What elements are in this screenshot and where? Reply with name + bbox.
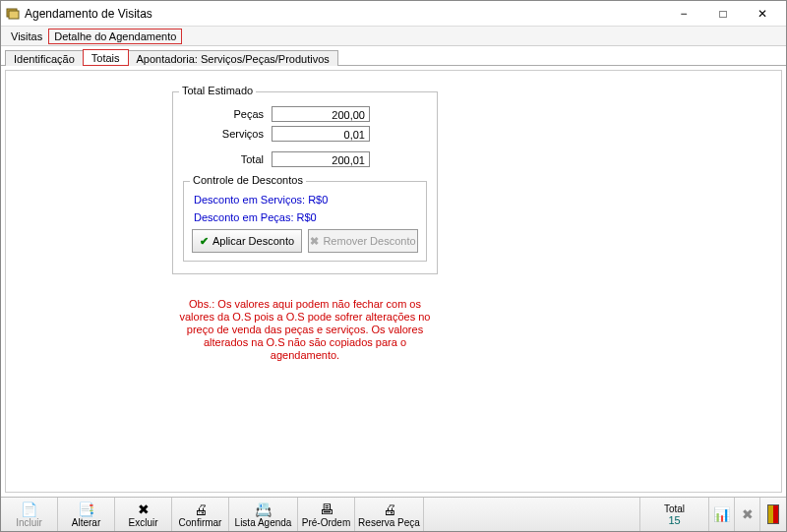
check-icon: ✔ [200, 235, 209, 248]
total-estimado-title: Total Estimado [179, 85, 256, 96]
total-value: 200,01 [272, 151, 370, 167]
exit-button[interactable] [760, 498, 786, 531]
servicos-label: Serviços [183, 128, 272, 140]
menu-bar: Visitas Detalhe do Agendamento [1, 27, 786, 46]
cancel-icon: ✖ [742, 506, 754, 522]
toolbar-total-value: 15 [668, 514, 680, 526]
pre-ordem-label: Pré-Ordem [302, 517, 350, 528]
chart-button[interactable]: 📊 [709, 498, 735, 531]
menu-visitas[interactable]: Visitas [5, 29, 48, 44]
pecas-row: Peças 200,00 [183, 106, 427, 122]
desconto-servicos-text: Desconto em Serviços: R$0 [194, 194, 418, 206]
total-row: Total 200,01 [183, 151, 427, 167]
desconto-buttons-row: ✔ Aplicar Desconto ✖ Remover Desconto [192, 229, 418, 253]
title-bar: Agendamento de Visitas − □ ✕ [1, 1, 786, 27]
x-icon: ✖ [310, 235, 319, 248]
window-title: Agendamento de Visitas [25, 7, 664, 21]
excluir-button[interactable]: ✖ Excluir [115, 498, 172, 531]
alterar-label: Alterar [72, 517, 100, 528]
printer-icon: 🖨 [194, 502, 208, 516]
pecas-label: Peças [183, 108, 272, 120]
window-controls: − □ ✕ [664, 3, 782, 25]
tab-totais[interactable]: Totais [83, 49, 129, 66]
lista-agenda-button[interactable]: 📇 Lista Agenda [229, 498, 298, 531]
lista-agenda-label: Lista Agenda [235, 517, 292, 528]
agenda-icon: 📇 [255, 502, 272, 516]
bottom-toolbar: 📄 Incluir 📑 Alterar ✖ Excluir 🖨 Confirma… [1, 497, 786, 531]
menu-detalhe-agendamento[interactable]: Detalhe do Agendamento [48, 29, 182, 44]
app-icon [5, 6, 21, 22]
confirmar-label: Confirmar [179, 517, 222, 528]
tab-identificacao[interactable]: Identificação [5, 50, 84, 66]
alterar-button[interactable]: 📑 Alterar [58, 498, 115, 531]
exit-icon [767, 504, 779, 524]
aplicar-desconto-button[interactable]: ✔ Aplicar Desconto [192, 229, 302, 253]
total-estimado-group: Total Estimado Peças 200,00 Serviços 0,0… [172, 91, 438, 274]
total-label: Total [183, 153, 272, 165]
confirmar-button[interactable]: 🖨 Confirmar [172, 498, 229, 531]
svg-rect-1 [9, 11, 19, 19]
tab-bar: Identificação Totais Apontadoria: Serviç… [1, 46, 786, 66]
servicos-value: 0,01 [272, 126, 370, 142]
aplicar-desconto-label: Aplicar Desconto [212, 235, 294, 247]
toolbar-total-label: Total [664, 503, 685, 514]
desconto-pecas-text: Desconto em Peças: R$0 [194, 211, 418, 223]
toolbar-spacer [424, 498, 640, 531]
excluir-label: Excluir [128, 517, 157, 528]
maximize-button[interactable]: □ [703, 3, 743, 25]
tab-apontadoria[interactable]: Apontadoria: Serviços/Peças/Produtivos [128, 50, 338, 66]
servicos-row: Serviços 0,01 [183, 126, 427, 142]
controle-descontos-group: Controle de Descontos Desconto em Serviç… [183, 181, 427, 262]
toolbar-total-box: Total 15 [640, 498, 709, 531]
cancel-small-button[interactable]: ✖ [735, 498, 760, 531]
close-button[interactable]: ✕ [743, 3, 782, 25]
printer2-icon: 🖨 [383, 502, 396, 516]
document-new-icon: 📄 [21, 502, 37, 516]
print-icon: 🖶 [320, 502, 333, 516]
document-edit-icon: 📑 [78, 502, 94, 516]
reserva-peca-label: Reserva Peça [358, 517, 420, 528]
content-area: Total Estimado Peças 200,00 Serviços 0,0… [1, 66, 786, 497]
obs-text: Obs.: Os valores aqui podem não fechar c… [172, 298, 438, 362]
pecas-value: 200,00 [272, 106, 370, 122]
chart-icon: 📊 [713, 506, 730, 522]
remover-desconto-button: ✖ Remover Desconto [308, 229, 418, 253]
minimize-button[interactable]: − [664, 3, 703, 25]
incluir-button: 📄 Incluir [1, 498, 58, 531]
reserva-peca-button[interactable]: 🖨 Reserva Peça [355, 498, 424, 531]
delete-icon: ✖ [138, 502, 150, 516]
remover-desconto-label: Remover Desconto [323, 235, 415, 247]
controle-descontos-title: Controle de Descontos [190, 174, 306, 186]
incluir-label: Incluir [16, 517, 42, 528]
pre-ordem-button[interactable]: 🖶 Pré-Ordem [298, 498, 355, 531]
